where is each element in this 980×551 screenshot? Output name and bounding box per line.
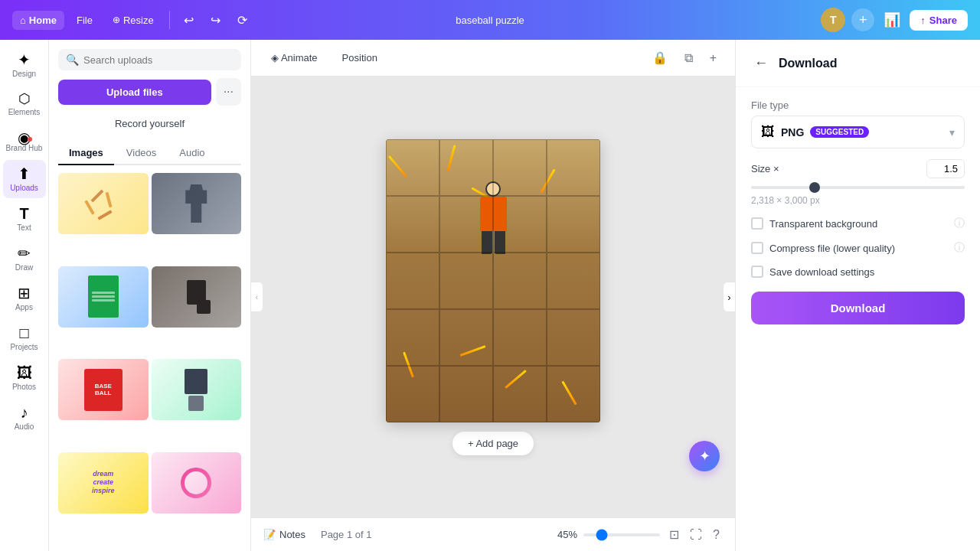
sidebar-item-audio[interactable]: ♪ Audio: [3, 399, 46, 437]
sidebar-item-apps[interactable]: ⊞ Apps: [3, 279, 46, 318]
resize-icon: ⊕: [113, 15, 120, 25]
file-type-label: File type: [751, 99, 965, 111]
compress-info-icon[interactable]: ⓘ: [954, 241, 965, 255]
projects-label: Projects: [10, 343, 38, 351]
more-options-button[interactable]: +: [704, 46, 723, 70]
compress-checkbox[interactable]: [751, 242, 763, 254]
search-icon: 🔍: [66, 54, 79, 66]
sidebar-item-projects[interactable]: □ Projects: [3, 319, 46, 357]
save-settings-checkbox[interactable]: [751, 266, 763, 278]
page-info: Page 1 of 1: [321, 529, 372, 540]
collapse-left-panel-button[interactable]: ‹: [251, 282, 263, 312]
download-panel: ← Download File type 🖼 PNG SUGGESTED ▾ S…: [735, 40, 980, 551]
download-back-button[interactable]: ←: [751, 52, 771, 74]
sidebar-item-elements[interactable]: ⬡ Elements: [3, 86, 46, 122]
images-grid: BASEBALL dreamcreateinspire: [58, 173, 241, 542]
copy-button[interactable]: ⧉: [678, 46, 699, 70]
fit-page-button[interactable]: ⊡: [666, 524, 682, 545]
help-fab-button[interactable]: ✦: [689, 441, 720, 471]
resize-label: Resize: [123, 15, 154, 26]
share-label: Share: [929, 15, 957, 26]
canvas-content[interactable]: ‹: [251, 77, 735, 517]
image-thumbnail[interactable]: [152, 266, 242, 328]
design-icon: ✦: [18, 52, 31, 67]
svg-rect-2: [105, 192, 112, 207]
home-button[interactable]: ⌂ Home: [12, 11, 64, 30]
zoom-percentage: 45%: [557, 529, 577, 540]
audio-icon: ♪: [21, 405, 28, 420]
add-collaborator-button[interactable]: +: [851, 8, 874, 31]
baseball-image: [386, 139, 600, 422]
notes-button[interactable]: 📝 Notes: [263, 529, 305, 540]
share-icon: ↑: [920, 15, 926, 26]
transparent-bg-checkbox[interactable]: [751, 217, 763, 230]
size-section: Size × 2,318 × 3,000 px: [751, 159, 965, 206]
icon-sidebar: ✦ Design ⬡ Elements ◉ Brand Hub ⬆ Upload…: [0, 40, 49, 551]
download-panel-title: Download: [779, 57, 837, 70]
canvas-toolbar: ◈ Animate Position 🔒 ⧉ +: [251, 40, 735, 77]
share-button[interactable]: ↑ Share: [910, 10, 968, 31]
upload-more-options-button[interactable]: ···: [216, 78, 241, 106]
redo-button[interactable]: ↪: [204, 9, 227, 31]
size-value-input[interactable]: [926, 159, 965, 178]
design-label: Design: [12, 70, 36, 78]
main-layout: ✦ Design ⬡ Elements ◉ Brand Hub ⬆ Upload…: [0, 40, 980, 551]
help-button[interactable]: ?: [710, 524, 723, 545]
audio-label: Audio: [15, 422, 34, 431]
brand-hub-label: Brand Hub: [6, 144, 43, 152]
undo-button[interactable]: ↩: [178, 9, 200, 31]
animate-button[interactable]: ◈ Animate: [263, 47, 325, 68]
sidebar-item-design[interactable]: ✦ Design: [3, 46, 46, 84]
sidebar-item-draw[interactable]: ✏ Draw: [3, 240, 46, 278]
projects-icon: □: [19, 325, 28, 341]
zoom-controls: 45% ⊡ ⛶ ?: [557, 524, 723, 545]
lock-button[interactable]: 🔒: [646, 46, 674, 70]
add-page-button[interactable]: + Add page: [452, 432, 534, 455]
user-avatar[interactable]: T: [821, 8, 845, 32]
home-label: Home: [29, 15, 57, 26]
image-thumbnail[interactable]: [58, 266, 149, 328]
elements-label: Elements: [8, 108, 41, 116]
text-icon: T: [19, 206, 28, 221]
transparent-bg-row[interactable]: Transparent background ⓘ: [751, 217, 965, 230]
upload-files-button[interactable]: Upload files: [58, 80, 211, 105]
image-thumbnail[interactable]: [152, 452, 242, 514]
svg-rect-3: [97, 210, 112, 220]
size-label: Size ×: [751, 163, 779, 174]
file-type-dropdown[interactable]: 🖼 PNG SUGGESTED ▾: [751, 116, 965, 148]
tab-images[interactable]: Images: [58, 142, 114, 165]
sync-button[interactable]: ⟳: [231, 9, 253, 31]
sidebar-item-uploads[interactable]: ⬆ Uploads: [3, 160, 46, 198]
download-action-button[interactable]: Download: [751, 292, 965, 324]
collapse-right-panel-button[interactable]: ›: [723, 282, 735, 312]
uploads-label: Uploads: [10, 184, 38, 192]
sidebar-item-brand-hub[interactable]: ◉ Brand Hub: [3, 124, 46, 158]
fullscreen-button[interactable]: ⛶: [687, 524, 705, 545]
image-thumbnail[interactable]: [152, 173, 242, 234]
image-thumbnail[interactable]: [152, 359, 242, 420]
file-menu-button[interactable]: File: [69, 11, 100, 30]
record-yourself-button[interactable]: Record yourself: [58, 112, 241, 135]
file-label: File: [77, 15, 93, 26]
transparent-bg-info-icon[interactable]: ⓘ: [954, 217, 965, 230]
notification-dot: [28, 137, 32, 142]
image-thumbnail[interactable]: BASEBALL: [58, 359, 149, 420]
sidebar-item-text[interactable]: T Text: [3, 200, 46, 238]
animate-icon: ◈: [271, 52, 279, 64]
tab-videos[interactable]: Videos: [116, 142, 168, 165]
analytics-button[interactable]: 📊: [880, 8, 903, 31]
svg-rect-1: [90, 190, 103, 203]
search-input[interactable]: [83, 54, 234, 66]
size-slider[interactable]: [751, 186, 965, 189]
sidebar-item-photos[interactable]: 🖼 Photos: [3, 359, 46, 397]
zoom-slider[interactable]: [583, 533, 660, 536]
resize-button[interactable]: ⊕ Resize: [105, 11, 162, 30]
uploads-panel: 🔍 Upload files ··· Record yourself Image…: [49, 40, 251, 551]
tab-audio[interactable]: Audio: [168, 142, 215, 165]
save-settings-row[interactable]: Save download settings: [751, 266, 965, 278]
photos-label: Photos: [12, 383, 36, 391]
compress-file-row[interactable]: Compress file (lower quality) ⓘ: [751, 241, 965, 255]
position-button[interactable]: Position: [335, 47, 385, 68]
image-thumbnail[interactable]: [58, 173, 149, 234]
image-thumbnail[interactable]: dreamcreateinspire: [58, 452, 149, 514]
